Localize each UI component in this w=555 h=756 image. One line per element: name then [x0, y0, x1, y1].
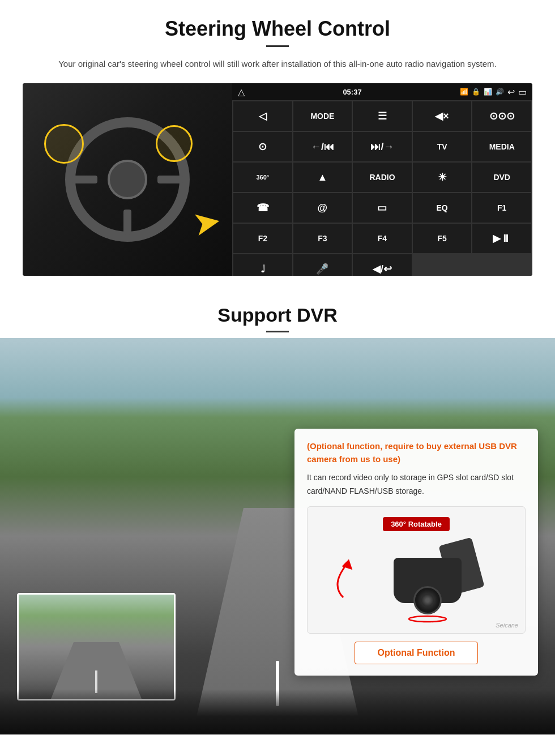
ui-button-grid: ◁ MODE ☰ ◀× ⊙⊙⊙ ⊙ ←/⏮ ⏭/→ TV MEDIA 360° …	[232, 100, 532, 276]
steering-section: Steering Wheel Control Your original car…	[0, 0, 555, 287]
btn-f5[interactable]: F5	[413, 224, 472, 253]
camera-watermark: Seicane	[496, 622, 518, 629]
btn-mode[interactable]: MODE	[293, 101, 352, 131]
btn-playpause[interactable]: ▶⏸	[472, 224, 531, 253]
camera-body	[394, 558, 462, 603]
btn-radio[interactable]: RADIO	[353, 163, 412, 192]
dvr-section: Support DVR (Optional function, require …	[0, 287, 555, 734]
dvr-info-box: (Optional function, require to buy exter…	[294, 429, 538, 676]
wheel-spoke-bottom	[123, 210, 131, 235]
btn-f4[interactable]: F4	[353, 224, 412, 253]
btn-phone[interactable]: ☎	[233, 193, 292, 223]
btn-eq[interactable]: EQ	[413, 193, 472, 223]
dvr-thumbnail	[17, 593, 176, 701]
wifi-icon: 📶	[460, 88, 468, 96]
btn-music[interactable]: ♩	[233, 254, 292, 276]
status-bar-right: 📶 🔒 📊 🔊 ↩ ▭	[460, 87, 527, 97]
title-divider	[266, 45, 289, 47]
back-icon[interactable]: ↩	[507, 87, 515, 97]
btn-internet[interactable]: @	[293, 193, 352, 223]
btn-screen[interactable]: ▭	[353, 193, 412, 223]
status-bar-left: △	[238, 87, 245, 97]
dashboard-bottom	[0, 689, 555, 734]
dvr-optional-text: (Optional function, require to buy exter…	[307, 440, 526, 465]
window-icon[interactable]: ▭	[518, 87, 527, 97]
steering-photo: ➤	[23, 83, 232, 276]
dvr-description: It can record video only to storage in G…	[307, 471, 526, 498]
dvr-title: Support DVR	[23, 304, 532, 326]
ui-panel: △ 05:37 📶 🔒 📊 🔊 ↩ ▭ ◁ MODE ☰ ◀×	[232, 83, 532, 276]
btn-apps[interactable]: ⊙⊙⊙	[472, 101, 531, 131]
btn-eject[interactable]: ▲	[293, 163, 352, 192]
optional-function-button[interactable]: Optional Function	[355, 642, 479, 664]
svg-point-0	[409, 616, 446, 622]
btn-nav[interactable]: ◁	[233, 101, 292, 131]
btn-f2[interactable]: F2	[233, 224, 292, 253]
camera-visual	[318, 538, 515, 623]
btn-settings[interactable]: ⊙	[233, 132, 292, 161]
camera-lens-inner	[421, 594, 434, 606]
wheel-hub	[108, 160, 147, 199]
rotation-ring-icon	[408, 615, 447, 623]
btn-next[interactable]: ⏭/→	[353, 132, 412, 161]
home-icon[interactable]: △	[238, 87, 245, 97]
btn-360[interactable]: 360°	[233, 163, 292, 192]
highlight-circle-left	[44, 124, 84, 164]
dvr-title-divider	[266, 331, 289, 332]
highlight-circle-right	[156, 125, 193, 162]
signal-icon: 📊	[484, 88, 492, 96]
steering-image-area: ➤ △ 05:37 📶 🔒 📊 🔊 ↩ ▭	[23, 83, 532, 276]
btn-brightness[interactable]: ☀	[413, 163, 472, 192]
btn-mute[interactable]: ◀×	[413, 101, 472, 131]
btn-prev[interactable]: ←/⏮	[293, 132, 352, 161]
dvr-title-area: Support DVR	[0, 287, 555, 338]
rotation-arrow-icon	[329, 558, 357, 603]
btn-back-prev[interactable]: ◀/↩	[353, 254, 412, 276]
steering-description: Your original car's steering wheel contr…	[45, 57, 510, 71]
btn-menu[interactable]: ☰	[353, 101, 412, 131]
arrow-icon: ➤	[189, 200, 224, 244]
dvr-thumbnail-inner	[19, 595, 174, 699]
btn-f1[interactable]: F1	[472, 193, 531, 223]
btn-dvd[interactable]: DVD	[472, 163, 531, 192]
wheel-spoke-right	[157, 176, 183, 183]
camera-product-box: 360° Rotatable	[307, 506, 526, 634]
btn-media[interactable]: MEDIA	[472, 132, 531, 161]
camera-badge: 360° Rotatable	[318, 517, 515, 538]
camera-lens	[413, 586, 442, 614]
lock-icon: 🔒	[472, 88, 480, 96]
dvr-background: (Optional function, require to buy exter…	[0, 338, 555, 734]
btn-mic[interactable]: 🎤	[293, 254, 352, 276]
status-bar: △ 05:37 📶 🔒 📊 🔊 ↩ ▭	[232, 83, 532, 100]
status-time: 05:37	[343, 88, 361, 96]
wheel-spoke-left	[72, 176, 97, 183]
btn-f3[interactable]: F3	[293, 224, 352, 253]
btn-tv[interactable]: TV	[413, 132, 472, 161]
page-title: Steering Wheel Control	[23, 17, 532, 41]
volume-icon: 🔊	[496, 88, 504, 96]
